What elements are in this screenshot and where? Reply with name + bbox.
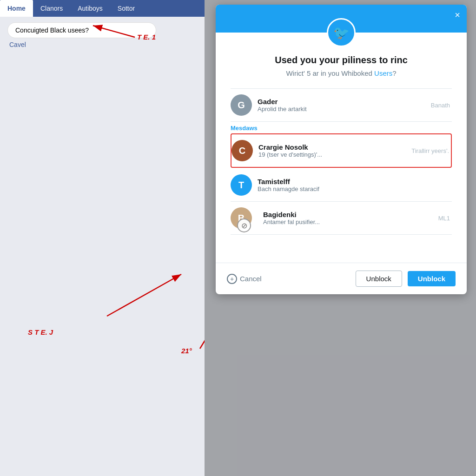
- avatar-gader: G: [231, 94, 252, 116]
- cancel-footer-label: Cancel: [240, 275, 262, 283]
- close-button[interactable]: ×: [455, 10, 460, 20]
- user-handle-bagidenki: Antamer fal pusifier...: [263, 218, 438, 225]
- annotation-arrows: T E. 1 S T E. J 21°: [0, 0, 205, 476]
- avatar-container-bagidenki: B ⊘: [231, 207, 258, 229]
- user-list: G Gader Aprolid the artarkit Banath Mesd…: [231, 88, 452, 235]
- user-item-bagidenki: B ⊘ Bagidenki Antamer fal pusifier... ML…: [231, 202, 452, 235]
- svg-line-8: [200, 288, 205, 349]
- user-name-gader: Gader: [258, 98, 431, 106]
- subtitle-prefix: Wirict' 5 ar in you Whiboked: [286, 69, 374, 77]
- nav-item-autiboys[interactable]: Autiboys: [70, 0, 110, 17]
- modal-body: Used you your piliness to rinc Wirict' 5…: [216, 33, 467, 235]
- avatar-crargie: C: [231, 140, 253, 161]
- user-item-crargie: C Crargie Nosolk 19 (tser ve d'settings)…: [231, 133, 452, 168]
- nav-bar: Home Clanors Autiboys Sottor: [0, 0, 205, 17]
- modal-dialog: × 🐦 Used you your piliness to rinc Wiric…: [216, 5, 467, 294]
- search-input[interactable]: Concuigted Black usees?: [7, 22, 156, 38]
- user-tag-crargie: Tirallirr yeers'.: [411, 147, 451, 154]
- svg-line-5: [107, 274, 181, 316]
- nav-item-clanors[interactable]: Clanors: [33, 0, 70, 17]
- unblock-outline-button[interactable]: Unblock: [356, 271, 402, 287]
- subtitle-link: Users: [374, 69, 392, 77]
- svg-text:S T E. J: S T E. J: [28, 328, 53, 336]
- twitter-logo: 🐦: [327, 18, 356, 47]
- user-handle-tamistelff: Bach namagde staracif: [258, 185, 450, 192]
- user-info-crargie: Crargie Nosolk 19 (tser ve d'settings)'.…: [258, 143, 411, 158]
- user-name-bagidenki: Bagidenki: [263, 211, 438, 218]
- user-tag-gader: Banath: [431, 102, 452, 109]
- subtitle-suffix: ?: [392, 69, 396, 77]
- user-info-tamistelff: Tamistelff Bach namagde staracif: [258, 178, 450, 192]
- section-label-mesdaws: Mesdaws: [231, 122, 452, 132]
- user-tag-bagidenki: ML1: [438, 215, 452, 222]
- nav-item-sottor[interactable]: Sottor: [110, 0, 142, 17]
- unblock-filled-button[interactable]: Unblock: [408, 271, 456, 286]
- user-name-crargie: Crargie Nosolk: [258, 143, 411, 151]
- user-item-tamistelff: T Tamistelff Bach namagde staracif: [231, 169, 452, 202]
- nav-item-home[interactable]: Home: [0, 0, 33, 17]
- svg-text:21°: 21°: [181, 347, 192, 355]
- twitter-bird-icon: 🐦: [333, 25, 350, 40]
- user-handle-crargie: 19 (tser ve d'settings)'...: [258, 151, 411, 158]
- cancel-footer[interactable]: + Cancel: [227, 274, 262, 284]
- left-panel: Home Clanors Autiboys Sottor Concuigted …: [0, 0, 205, 476]
- cancel-circle-icon: +: [227, 274, 237, 284]
- modal-subtitle: Wirict' 5 ar in you Whiboked Users?: [231, 69, 452, 77]
- user-handle-gader: Aprolid the artarkit: [258, 106, 431, 112]
- modal-header: × 🐦: [216, 5, 467, 33]
- modal-title: Used you your piliness to rinc: [231, 55, 452, 66]
- user-item-gader: G Gader Aprolid the artarkit Banath: [231, 89, 452, 122]
- modal-footer: + Cancel Unblock Unblock: [216, 263, 467, 294]
- user-info-gader: Gader Aprolid the artarkit: [258, 98, 431, 112]
- search-area: Concuigted Black usees? Cavel: [0, 17, 205, 54]
- user-name-tamistelff: Tamistelff: [258, 178, 450, 185]
- block-icon: ⊘: [237, 218, 251, 232]
- avatar-tamistelff: T: [231, 174, 252, 196]
- cancel-link[interactable]: Cavel: [7, 41, 197, 48]
- user-info-bagidenki: Bagidenki Antamer fal pusifier...: [263, 211, 438, 225]
